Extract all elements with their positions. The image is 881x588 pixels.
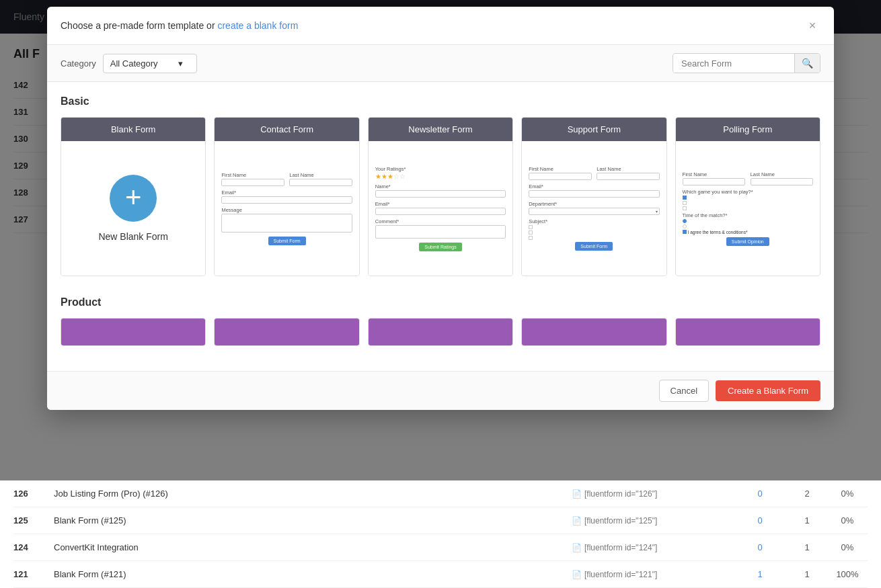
- product-template-grid: [61, 318, 820, 346]
- polling-form-preview: First Name Last Name Which game you want…: [676, 141, 820, 276]
- template-card-product-3[interactable]: [368, 318, 513, 346]
- mini-support-form: First Name Last Name Email* Departm: [529, 166, 659, 251]
- support-form-preview: First Name Last Name Email* Departm: [522, 141, 666, 276]
- chevron-down-icon: ▾: [178, 58, 183, 69]
- product-card-header-2: [215, 319, 358, 345]
- product-card-header-4: [522, 319, 666, 345]
- mini-contact-form: First Name Last Name Email* Message: [221, 172, 352, 245]
- create-blank-link[interactable]: create a blank form: [217, 20, 298, 31]
- mini-polling-form: First Name Last Name Which game you want…: [683, 171, 813, 246]
- table-row-125: 125 Blank Form (#125) 📄[fluentform id="1…: [13, 507, 868, 534]
- category-dropdown[interactable]: All Category ▾: [103, 54, 197, 73]
- mini-submit-contact: Submit Form: [268, 237, 306, 245]
- template-modal: Choose a pre-made form template or creat…: [47, 7, 834, 410]
- section-title-product: Product: [61, 296, 820, 308]
- blank-form-label: New Blank Form: [98, 231, 167, 242]
- cancel-button[interactable]: Cancel: [659, 380, 709, 402]
- create-blank-button[interactable]: Create a Blank Form: [716, 380, 820, 401]
- product-card-header-1: [61, 319, 205, 345]
- blank-form-body: + New Blank Form: [61, 141, 205, 276]
- plus-icon: +: [125, 183, 142, 212]
- modal-header: Choose a pre-made form template or creat…: [47, 7, 834, 45]
- category-value: All Category: [110, 58, 158, 69]
- filter-bar: Category All Category ▾ 🔍: [47, 45, 834, 82]
- template-card-support[interactable]: Support Form First Name Last Name: [521, 117, 666, 276]
- search-box: 🔍: [673, 53, 820, 73]
- template-card-contact[interactable]: Contact Form First Name Last Name: [214, 117, 359, 276]
- modal-footer: Cancel Create a Blank Form: [47, 371, 834, 410]
- section-title-basic: Basic: [61, 95, 820, 108]
- close-icon: ×: [809, 19, 816, 33]
- category-label: Category: [61, 58, 96, 69]
- table-row-126: 126 Job Listing Form (Pro) (#126) 📄[flue…: [13, 480, 868, 507]
- table-row-121: 121 Blank Form (#121) 📄[fluentform id="1…: [13, 561, 868, 588]
- template-card-polling[interactable]: Polling Form First Name Last Name: [675, 117, 820, 276]
- template-card-blank[interactable]: Blank Form + New Blank Form: [61, 117, 206, 276]
- template-card-header-contact: Contact Form: [215, 118, 358, 141]
- mini-submit-polling: Submit Opinion: [726, 237, 769, 246]
- template-card-header-newsletter: Newsletter Form: [369, 118, 512, 141]
- search-icon: 🔍: [802, 58, 813, 69]
- contact-form-preview: First Name Last Name Email* Message: [215, 141, 358, 276]
- mini-submit-support: Submit Form: [575, 242, 613, 251]
- template-card-product-5[interactable]: [675, 318, 820, 346]
- filter-left: Category All Category ▾: [61, 54, 197, 73]
- basic-template-grid: Blank Form + New Blank Form Contact Form: [61, 117, 820, 276]
- search-input[interactable]: [673, 54, 794, 73]
- template-card-product-4[interactable]: [521, 318, 666, 346]
- modal-title: Choose a pre-made form template or creat…: [61, 20, 298, 31]
- template-card-newsletter[interactable]: Newsletter Form Your Ratings* ★★★☆☆ Name…: [368, 117, 513, 276]
- mini-submit-newsletter: Submit Ratings: [419, 243, 461, 251]
- modal-close-button[interactable]: ×: [804, 17, 820, 34]
- mini-newsletter-form: Your Ratings* ★★★☆☆ Name* Email* Comment…: [375, 166, 506, 251]
- template-card-header-blank: Blank Form: [61, 118, 205, 141]
- template-card-product-2[interactable]: [214, 318, 359, 346]
- search-button[interactable]: 🔍: [794, 54, 820, 73]
- product-card-header-3: [369, 319, 512, 345]
- modal-body: Basic Blank Form + New Blank Form Contac…: [47, 82, 834, 371]
- product-card-header-5: [676, 319, 820, 345]
- newsletter-form-preview: Your Ratings* ★★★☆☆ Name* Email* Comment…: [369, 141, 512, 276]
- template-card-header-polling: Polling Form: [676, 118, 820, 141]
- template-card-product-1[interactable]: [61, 318, 206, 346]
- bg-table-bottom: 126 Job Listing Form (Pro) (#126) 📄[flue…: [0, 480, 881, 588]
- plus-circle-icon: +: [110, 175, 157, 222]
- template-card-header-support: Support Form: [522, 118, 666, 141]
- table-row-124: 124 ConvertKit Integration 📄[fluentform …: [13, 534, 868, 561]
